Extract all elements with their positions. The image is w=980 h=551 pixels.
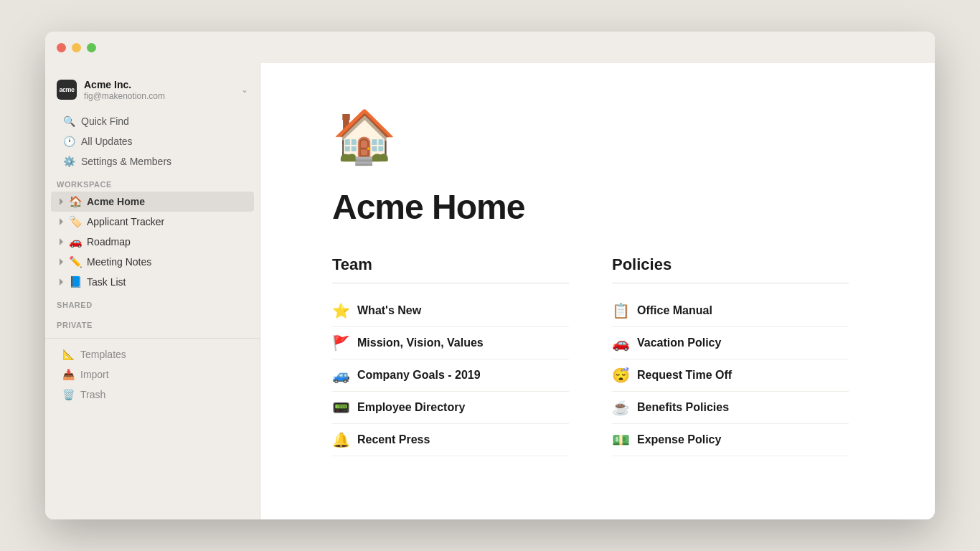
policies-column-title: Policies <box>612 255 849 283</box>
list-item[interactable]: 🚗 Vacation Policy <box>612 327 849 359</box>
sidebar-item-import[interactable]: 📥 Import <box>51 364 254 385</box>
templates-label: Templates <box>80 349 126 360</box>
page-label-task-list: Task List <box>87 276 126 288</box>
item-label: Company Goals - 2019 <box>357 369 481 382</box>
trash-icon: 🗑️ <box>62 389 75 400</box>
workspace-info: acme Acme Inc. fig@makenotion.com <box>57 79 165 101</box>
sidebar-item-settings[interactable]: ⚙️ Settings & Members <box>51 151 254 171</box>
list-item[interactable]: 🚩 Mission, Vision, Values <box>332 327 569 359</box>
item-label: Benefits Policies <box>637 401 729 414</box>
sidebar-item-trash[interactable]: 🗑️ Trash <box>51 385 254 405</box>
list-item[interactable]: 😴 Request Time Off <box>612 359 849 392</box>
sidebar-item-meeting-notes[interactable]: ✏️ Meeting Notes <box>51 252 254 272</box>
item-emoji: ⭐ <box>332 302 350 319</box>
page-icon-roadmap: 🚗 <box>69 235 83 248</box>
expand-icon <box>60 218 63 225</box>
item-emoji: 🚩 <box>332 334 350 352</box>
item-label: Mission, Vision, Values <box>357 336 484 349</box>
shared-section-label: SHARED <box>45 292 260 312</box>
page-label-applicant-tracker: Applicant Tracker <box>87 216 164 227</box>
sidebar-item-acme-home[interactable]: 🏠 Acme Home <box>51 192 254 212</box>
settings-label: Settings & Members <box>81 156 171 167</box>
item-label: What's New <box>357 304 421 317</box>
item-emoji: 💵 <box>612 431 630 448</box>
sidebar-item-task-list[interactable]: 📘 Task List <box>51 272 254 292</box>
item-label: Expense Policy <box>637 433 721 446</box>
list-item[interactable]: 🔔 Recent Press <box>332 424 569 456</box>
import-icon: 📥 <box>62 369 75 380</box>
private-section-label: PRIVATE <box>45 312 260 332</box>
item-emoji: 📋 <box>612 302 630 319</box>
page-label-meeting-notes: Meeting Notes <box>87 256 151 268</box>
list-item[interactable]: 📋 Office Manual <box>612 295 849 327</box>
expand-icon <box>60 238 63 245</box>
sidebar-item-applicant-tracker[interactable]: 🏷️ Applicant Tracker <box>51 212 254 232</box>
workspace-text: Acme Inc. fig@makenotion.com <box>84 79 165 101</box>
import-label: Import <box>80 369 109 380</box>
sidebar-item-quick-find[interactable]: 🔍 Quick Find <box>51 111 254 131</box>
sidebar-item-templates[interactable]: 📐 Templates <box>51 344 254 364</box>
workspace-email: fig@makenotion.com <box>84 91 165 101</box>
quick-find-label: Quick Find <box>81 116 129 127</box>
team-column-title: Team <box>332 255 569 283</box>
team-list: ⭐ What's New 🚩 Mission, Vision, Values 🚙… <box>332 295 569 456</box>
sidebar-bottom: 📐 Templates 📥 Import 🗑️ Trash <box>45 338 260 416</box>
policies-list: 📋 Office Manual 🚗 Vacation Policy 😴 Requ… <box>612 295 849 456</box>
page-title: Acme Home <box>332 187 849 227</box>
item-label: Employee Directory <box>357 401 465 414</box>
gear-icon: ⚙️ <box>62 156 75 167</box>
policies-column: Policies 📋 Office Manual 🚗 Vacation Poli… <box>612 255 849 456</box>
list-item[interactable]: 💵 Expense Policy <box>612 424 849 456</box>
app-window: acme Acme Inc. fig@makenotion.com ⌄ 🔍 Qu… <box>45 32 935 519</box>
workspace-header[interactable]: acme Acme Inc. fig@makenotion.com ⌄ <box>45 72 260 111</box>
item-label: Office Manual <box>637 304 712 317</box>
page-icon-meeting-notes: ✏️ <box>69 255 83 268</box>
item-emoji: ☕ <box>612 399 630 416</box>
list-item[interactable]: ☕ Benefits Policies <box>612 392 849 424</box>
workspace-name: Acme Inc. <box>84 79 165 91</box>
all-updates-label: All Updates <box>81 136 133 147</box>
content-columns: Team ⭐ What's New 🚩 Mission, Vision, Val… <box>332 255 849 456</box>
team-column: Team ⭐ What's New 🚩 Mission, Vision, Val… <box>332 255 569 456</box>
page-icon-acme-home: 🏠 <box>69 195 83 208</box>
page-icon-applicant-tracker: 🏷️ <box>69 215 83 228</box>
item-emoji: 📟 <box>332 399 350 416</box>
item-emoji: 🚗 <box>612 334 630 352</box>
item-emoji: 🚙 <box>332 367 350 384</box>
main-content: 🏠 Acme Home Team ⭐ What's New 🚩 Mission,… <box>260 32 935 519</box>
expand-icon <box>60 198 63 205</box>
list-item[interactable]: 🚙 Company Goals - 2019 <box>332 359 569 392</box>
close-button[interactable] <box>57 43 66 52</box>
chevron-icon: ⌄ <box>241 85 248 95</box>
page-header-icon: 🏠 <box>332 106 849 167</box>
workspace-logo: acme <box>57 80 77 100</box>
page-label-roadmap: Roadmap <box>87 236 131 248</box>
maximize-button[interactable] <box>87 43 96 52</box>
expand-icon <box>60 258 63 265</box>
item-emoji: 🔔 <box>332 431 350 448</box>
sidebar-item-roadmap[interactable]: 🚗 Roadmap <box>51 232 254 252</box>
page-label-acme-home: Acme Home <box>87 196 145 207</box>
expand-icon <box>60 278 63 286</box>
item-label: Request Time Off <box>637 369 732 382</box>
page-icon-task-list: 📘 <box>69 276 83 288</box>
minimize-button[interactable] <box>72 43 81 52</box>
templates-icon: 📐 <box>62 349 75 360</box>
sidebar-item-all-updates[interactable]: 🕐 All Updates <box>51 131 254 151</box>
titlebar <box>45 32 935 63</box>
item-label: Recent Press <box>357 433 430 446</box>
clock-icon: 🕐 <box>62 136 75 147</box>
item-label: Vacation Policy <box>637 336 721 349</box>
list-item[interactable]: ⭐ What's New <box>332 295 569 327</box>
search-icon: 🔍 <box>62 116 75 127</box>
trash-label: Trash <box>80 389 105 400</box>
item-emoji: 😴 <box>612 367 630 384</box>
list-item[interactable]: 📟 Employee Directory <box>332 392 569 424</box>
sidebar: acme Acme Inc. fig@makenotion.com ⌄ 🔍 Qu… <box>45 32 260 519</box>
workspace-section-label: WORKSPACE <box>45 171 260 192</box>
